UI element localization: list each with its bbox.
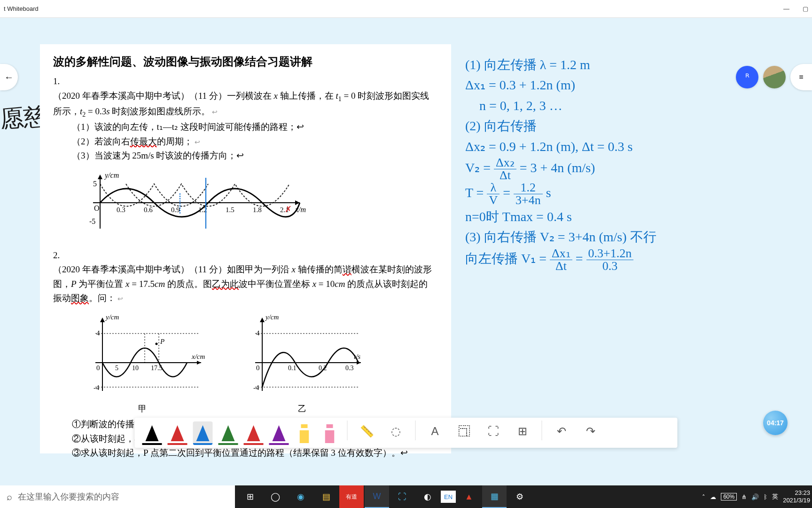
svg-marker-40 bbox=[260, 318, 265, 322]
volume-icon[interactable]: 🔊 bbox=[751, 493, 759, 500]
system-tray: ˄ ☁ 60% ⋔ 🔊 ᛒ 英 23:23 2021/3/19 bbox=[702, 489, 812, 504]
hw-line9: (3) 向右传播 V₂ = 3+4n (m/s) 不行 bbox=[465, 227, 663, 247]
svg-text:y/cm: y/cm bbox=[265, 313, 279, 321]
svg-marker-3 bbox=[98, 175, 102, 179]
plus-icon: ⊞ bbox=[518, 425, 527, 438]
pen-black[interactable] bbox=[142, 421, 162, 445]
clock-time: 23:23 bbox=[783, 489, 810, 497]
ruler-tool[interactable]: 📏 bbox=[356, 421, 378, 442]
image-icon: ⛶ bbox=[488, 425, 499, 438]
svg-text:✗: ✗ bbox=[285, 205, 292, 214]
recording-timer[interactable]: 04:17 bbox=[763, 411, 788, 435]
undo-button[interactable]: ↶ bbox=[551, 421, 572, 442]
undo-icon: ↶ bbox=[557, 425, 566, 438]
svg-text:0: 0 bbox=[256, 364, 260, 372]
svg-text:0: 0 bbox=[96, 364, 100, 372]
svg-text:0.6: 0.6 bbox=[144, 206, 153, 214]
pen-red-2[interactable] bbox=[244, 421, 264, 445]
separator bbox=[542, 421, 542, 440]
note-tool[interactable]: ⿹ bbox=[453, 421, 475, 442]
q1-head: （2020 年春季本溪高中期中考试）（11 分）一列横波在 x 轴上传播，在 t… bbox=[53, 89, 434, 120]
svg-text:17.5: 17.5 bbox=[151, 365, 163, 372]
ime-lang[interactable]: 英 bbox=[772, 492, 778, 501]
svg-text:1.8: 1.8 bbox=[253, 206, 262, 214]
adobe-icon[interactable]: ▲ bbox=[457, 485, 481, 508]
store-icon[interactable]: ⛶ bbox=[390, 485, 414, 508]
lasso-icon: ◌ bbox=[391, 425, 401, 438]
taskbar-clock[interactable]: 23:23 2021/3/19 bbox=[783, 489, 810, 504]
svg-text:4: 4 bbox=[256, 329, 260, 337]
svg-point-36 bbox=[156, 343, 158, 345]
window-titlebar: t Whiteboard — ▢ bbox=[0, 0, 812, 18]
whiteboard-canvas[interactable]: ← 愿慈 波的多解性问题、波动图像与振动图像结合习题讲解 1. （2020 年春… bbox=[0, 18, 812, 452]
q1-figure: y/cm x/m O 5 -5 0.3 0.6 0.9 1.2 1.5 1.8 … bbox=[79, 167, 307, 242]
redo-button[interactable]: ↷ bbox=[580, 421, 601, 442]
participants-bar: ᴿ ≡ bbox=[736, 64, 812, 90]
worksheet-title: 波的多解性问题、波动图像与振动图像结合习题讲解 bbox=[53, 53, 438, 71]
svg-text:-4: -4 bbox=[253, 384, 259, 391]
word-icon[interactable]: W bbox=[365, 485, 389, 508]
image-tool[interactable]: ⛶ bbox=[483, 421, 504, 442]
hw-line6: V₂ = Δx₂Δt = 3 + 4n (m/s) bbox=[465, 157, 663, 182]
svg-text:P: P bbox=[160, 338, 164, 345]
svg-text:O: O bbox=[94, 204, 100, 212]
fig-a-caption: 甲 bbox=[77, 402, 208, 416]
svg-text:5: 5 bbox=[115, 365, 118, 372]
hw-line3: n = 0, 1, 2, 3 … bbox=[465, 95, 663, 116]
svg-text:4: 4 bbox=[96, 329, 100, 337]
q1-part2: （2）若波向右传最大的周期；↩ bbox=[53, 135, 438, 149]
minimize-button[interactable]: — bbox=[783, 5, 789, 12]
separator bbox=[415, 421, 416, 440]
cortana-icon[interactable]: ◯ bbox=[263, 485, 288, 508]
search-box[interactable]: ⌕ 在这里输入你要搜索的内容 bbox=[0, 485, 235, 508]
note-icon: ⿹ bbox=[459, 425, 470, 438]
hw-line8: n=0时 Tmax = 0.4 s bbox=[465, 206, 663, 227]
more-menu-button[interactable]: ≡ bbox=[790, 64, 812, 90]
hw-line1: (1) 向左传播 λ = 1.2 m bbox=[465, 55, 663, 75]
text-tool[interactable]: A bbox=[424, 421, 446, 442]
chrome-icon[interactable]: ◐ bbox=[415, 485, 440, 508]
maximize-button[interactable]: ▢ bbox=[803, 5, 808, 12]
pen-purple[interactable] bbox=[269, 421, 289, 445]
svg-text:5: 5 bbox=[93, 180, 97, 188]
participant-other-avatar[interactable] bbox=[763, 66, 786, 88]
q2-part3: ③求从该时刻起，P 点第二次回到平衡位置通过的路程（结果保留 3 位有效数字）。… bbox=[53, 446, 438, 460]
wifi-icon[interactable]: ⋔ bbox=[742, 493, 747, 500]
task-view-button[interactable]: ⊞ bbox=[238, 485, 262, 508]
battery-indicator[interactable]: 60% bbox=[721, 493, 737, 500]
worksheet-document: 波的多解性问题、波动图像与振动图像结合习题讲解 1. （2020 年春季本溪高中… bbox=[40, 44, 451, 453]
q1-part3: （3）当波速为 25m/s 时该波的传播方向；↩ bbox=[53, 149, 438, 163]
pen-blue-active[interactable] bbox=[193, 421, 213, 445]
svg-marker-22 bbox=[100, 318, 105, 322]
highlighter-pink[interactable] bbox=[320, 421, 340, 445]
fig-b-caption: 乙 bbox=[236, 402, 368, 416]
q1-part1: （1）该波的向左传，t₁—t₂ 这段时间波可能传播的路程；↩ bbox=[53, 120, 438, 134]
hw-line7: T = λV = 1.23+4n s bbox=[465, 182, 663, 206]
svg-text:0.3: 0.3 bbox=[345, 365, 354, 372]
cloud-icon[interactable]: ☁ bbox=[710, 493, 716, 500]
pen-green[interactable] bbox=[219, 421, 238, 445]
svg-text:0.3: 0.3 bbox=[117, 206, 125, 214]
highlighter-yellow[interactable] bbox=[295, 421, 314, 445]
tray-chevron-icon[interactable]: ˄ bbox=[702, 493, 705, 500]
hw-line4: (2) 向右传播 bbox=[465, 116, 663, 136]
settings-icon[interactable]: ⚙ bbox=[508, 485, 532, 508]
youdao-icon[interactable]: 有道 bbox=[339, 485, 364, 508]
svg-text:-5: -5 bbox=[89, 217, 95, 225]
back-button[interactable]: ← bbox=[0, 64, 18, 90]
whiteboard-taskbar-icon[interactable]: ▦ bbox=[482, 485, 507, 508]
participant-you-avatar[interactable]: ᴿ bbox=[736, 66, 758, 88]
svg-text:0.1: 0.1 bbox=[288, 365, 297, 372]
lasso-tool[interactable]: ◌ bbox=[385, 421, 407, 442]
svg-text:0.2: 0.2 bbox=[319, 365, 327, 372]
bluetooth-icon[interactable]: ᛒ bbox=[764, 493, 767, 500]
pen-toolbar: 📏 ◌ A ⿹ ⛶ ⊞ ↶ ↷ bbox=[135, 418, 678, 448]
window-controls: — ▢ bbox=[783, 5, 808, 12]
hw-line10: 向左传播 V₁ = Δx₁Δt = 0.3+1.2n0.3 bbox=[465, 247, 663, 272]
ime-icon[interactable]: EN bbox=[441, 491, 456, 503]
add-tool[interactable]: ⊞ bbox=[512, 421, 533, 442]
explorer-icon[interactable]: ▤ bbox=[314, 485, 338, 508]
pen-red[interactable] bbox=[168, 421, 187, 445]
svg-text:y/cm: y/cm bbox=[105, 313, 119, 321]
edge-icon[interactable]: ◉ bbox=[289, 485, 313, 508]
